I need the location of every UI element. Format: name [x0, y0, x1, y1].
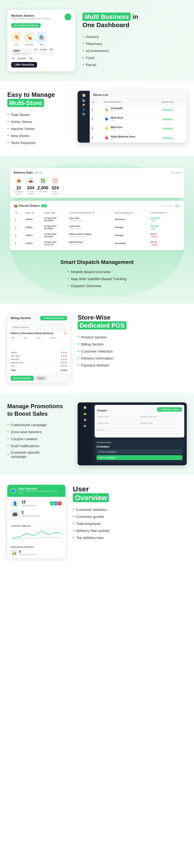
user-overview-body: 👤 15 Total Customer A B C 💼 3 To [7, 497, 65, 523]
store-badge-3: Pharmacy [160, 124, 187, 133]
billing-subtotal: Sub Total: $ 0.00 [11, 354, 67, 358]
promo-text: Manage Promotionsto Boost Sales Customiz… [7, 402, 70, 460]
order-row-2[interactable]: 2 100042 29 Sep 202202:43PM Aryan Khan+8… [13, 223, 181, 231]
module-icon-shop[interactable]: 🛍️ Shop [36, 32, 47, 46]
order-amount-4: $35.38Unpaid [149, 239, 181, 247]
promo-sidebar-promo[interactable]: 📢 [83, 418, 86, 421]
store-row-3[interactable]: 3 💛 Medi Care ID:43 Pharm [90, 124, 187, 133]
multi-business-text: Multi Business inOne Dashboard Grocery P… [75, 13, 187, 68]
order-category-3: Package [113, 231, 149, 239]
customer-stats-section: Customer Statistics [7, 523, 65, 544]
store-icon-4: 🔴 [104, 135, 109, 141]
delivered-label: Delivered [39, 190, 47, 193]
coupon-limit-input[interactable] [140, 418, 182, 421]
bullet-coupon-creation: Coupon creation [7, 435, 70, 442]
multi-store-highlight: Multi-Store [7, 99, 44, 107]
business-icon: 💼 [12, 512, 18, 516]
add-coupon-btn[interactable]: + Add New Coupon [157, 407, 182, 412]
stat-delivered: ✅ 2,000 Delivered [37, 177, 48, 195]
total-customer-label: Total Customer [21, 504, 36, 507]
user-overview-title: User Overview [19, 487, 62, 490]
wallet-btn[interactable]: Wallet [36, 376, 47, 381]
bullet-grocery: Grocery [82, 33, 187, 40]
order-row-4[interactable]: 4 100010 23 Mar 202210:22 AM Mehedi Hasa… [13, 239, 181, 247]
deliveryman-icon-box: 🛵 [11, 549, 18, 556]
discount-type-select[interactable] [140, 425, 182, 427]
coupon-code-input[interactable] [97, 425, 138, 427]
coupon-title-input[interactable] [97, 418, 138, 421]
order-customer-1: Jerry Jose+883893930080 [67, 215, 113, 223]
store-name-3: Medi Care [111, 126, 122, 129]
deliveryman-title: Deliveryman Statistics [11, 546, 62, 548]
stat-total: 📋 324 TotalOrders [51, 177, 59, 195]
see-all-dispatch[interactable]: See All [35, 172, 42, 174]
store-icon-1: 💊 [104, 106, 109, 112]
stat-numbers: 25 🍕 Food 324 [33, 48, 54, 56]
sidebar-icon-settings: ⚙️ [79, 113, 88, 116]
promo-sidebar-coupon[interactable]: 🎫 [83, 412, 86, 415]
stores-table: SL. Store Information System Mo.. 1 💊 [90, 99, 187, 143]
dispatch-center-title: Smart Dispatch Management [10, 259, 184, 266]
col-qty: QTY [23, 336, 35, 340]
empty-state: — [11, 340, 67, 347]
user-title-part1: User [73, 485, 89, 493]
store-icon-3: 💛 [104, 125, 109, 131]
active-deliveryman-num: 5 [19, 550, 36, 554]
total-customer-num: 15 [21, 500, 36, 504]
order-amount-2: $109.98Paid [149, 223, 181, 231]
avatar-3: C [57, 501, 62, 506]
shop-label: Shop [39, 43, 44, 46]
order-date-2: 29 Sep 202202:43PM [43, 223, 67, 231]
store-row-4[interactable]: 4 🔴 Alpha Medicine Store ID:41 [90, 133, 187, 143]
edit-delivery-icon[interactable]: ✏️ [64, 332, 67, 335]
see-all-label[interactable]: See All Module Settings [11, 23, 41, 28]
green-oval-bg: Delivery Stats See All This Year 📦 33 Un… [10, 163, 184, 297]
promo-dark-card: 🏠 🎫 📢 ⚙️ Coupon + Add New Coupon [78, 402, 187, 465]
bullet-delivery-man-activity: Delivery Man activity [73, 527, 187, 534]
store-id-1: ID:44 [111, 110, 123, 112]
deliveryman-icon: 🛵 [12, 551, 16, 555]
order-row-3[interactable]: 3 100014 23 Mar 202203:41PM Sakeet Anwar… [13, 231, 181, 239]
business-icon-box: 💼 [11, 510, 20, 518]
store-row-1[interactable]: 1 💊 Infi-Health ID:44 Pha [90, 105, 187, 114]
promo-layout: 🏠 🎫 📢 ⚙️ Coupon + Add New Coupon [78, 402, 187, 465]
search-box[interactable]: 🔍 [174, 204, 181, 208]
parcel-orders-card: 📦 Parcel Orders 10 Exc: 11000 🔍 SL. Orde… [10, 201, 184, 250]
total-business-label: Total Business Man [21, 515, 40, 517]
bullet-delivery-info: Delivery Information [78, 355, 187, 362]
promo-sidebar-home[interactable]: 🏠 [83, 406, 87, 409]
cash-on-delivery-btn[interactable]: Cash On Delivery [11, 376, 34, 381]
coupon-discount-input[interactable] [97, 431, 182, 434]
add-customer-btn[interactable]: + Add New Customer [40, 316, 67, 320]
store-row-2[interactable]: 2 🔵 Medi Store ID:43 Phar [90, 114, 187, 124]
user-overview-highlight: Overview [73, 493, 109, 502]
item-campaigns-item[interactable]: • Item Campaigns [96, 455, 182, 460]
coupon-title: Coupon [97, 409, 107, 412]
dispatch-bullet-3: Dispatch Overview [67, 282, 127, 289]
active-deliveryman-label: Active Delivery Man [19, 554, 36, 556]
dispatch-bullet-2: Map With Satellite-Based Tracking [67, 275, 127, 282]
basic-campaigns-item[interactable]: • Basic Campaigns [96, 450, 182, 454]
billing-card: Billing Section + Add New Customer Deliv… [7, 314, 70, 383]
order-row-1[interactable]: 1 100044 29 Sep 202202:41PM Jerry Jose+8… [13, 215, 181, 223]
bullet-product-section: Product Section [78, 334, 187, 341]
order-amount-1: $5,900.23Paid [149, 215, 181, 223]
billing-delivery-fee: Delivery Fee: $ 0.00 [11, 361, 67, 364]
this-year: This Year [171, 172, 181, 174]
store-list-card: 🏠 🏪 📦 👤 ⚙️ Stores List SL. Store Informa… [78, 91, 187, 143]
promo-sidebar-more[interactable]: ⚙️ [83, 425, 86, 427]
bullet-zone-banners: Zone-wise banners [7, 428, 70, 435]
col-system-mod: System Mo.. [160, 99, 187, 105]
billing-addon: Addon: $ 0.00 [11, 351, 67, 354]
stat-delivery: 🚗 334 Out forDelivery [27, 177, 34, 195]
payment-methods: Cash On Delivery Wallet [7, 373, 70, 383]
module-icon-pharmacy[interactable]: 💊 Pharmacy [24, 32, 34, 46]
coupon-form-row-1: Coupon Title Limit for same user [97, 415, 182, 421]
billing-tax: TAX: $ 0.00 [11, 364, 67, 368]
dedicated-pos-highlight: Dedicated POS [78, 321, 127, 330]
module-icon-food[interactable]: 🍕 Food [11, 32, 22, 46]
customer-select[interactable] [11, 325, 67, 330]
bullet-payment-method: Payment Method [78, 362, 187, 369]
dispatch-stats-title: Delivery Stats [13, 171, 33, 174]
store-info-3: 💛 Medi Care ID:43 [102, 124, 160, 133]
